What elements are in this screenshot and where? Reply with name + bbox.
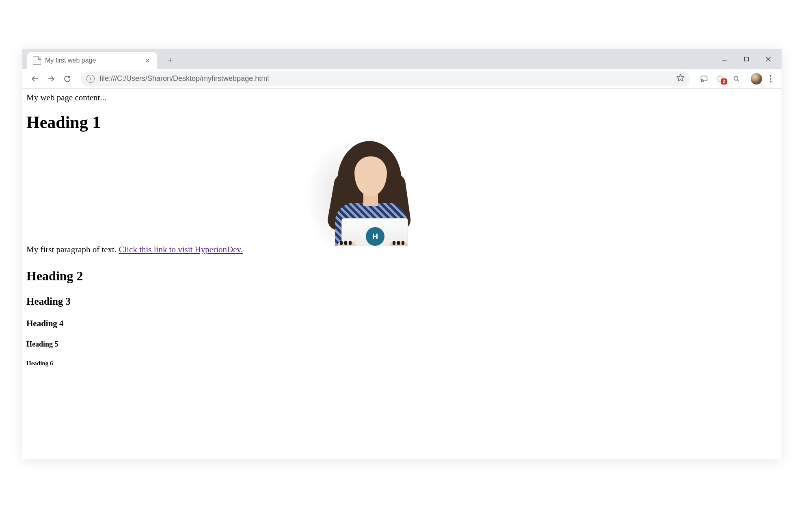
heading-3: Heading 3	[26, 296, 777, 307]
heading-2: Heading 2	[26, 269, 777, 284]
url-text: file:///C:/Users/Sharon/Desktop/myfirstw…	[99, 74, 269, 83]
toolbar: i file:///C:/Users/Sharon/Desktop/myfirs…	[22, 69, 782, 89]
svg-rect-7	[701, 76, 707, 81]
svg-point-9	[734, 76, 738, 80]
svg-line-10	[738, 80, 739, 81]
svg-rect-1	[744, 57, 748, 61]
window-controls	[713, 49, 779, 69]
new-tab-button[interactable]: +	[164, 54, 176, 66]
browser-tab[interactable]: My first web page ×	[27, 52, 157, 69]
toolbar-divider	[747, 74, 747, 84]
cast-icon[interactable]	[697, 72, 711, 86]
search-icon[interactable]	[729, 72, 744, 86]
svg-marker-6	[677, 74, 684, 81]
tab-title: My first web page	[45, 57, 144, 64]
svg-point-8	[701, 81, 702, 82]
heading-5: Heading 5	[26, 340, 777, 349]
toolbar-right: 2	[695, 72, 777, 86]
heading-1: Heading 1	[26, 113, 777, 132]
site-info-icon[interactable]: i	[86, 75, 95, 83]
page-icon	[33, 56, 41, 65]
heading-4: Heading 4	[26, 319, 777, 329]
heading-6: Heading 6	[26, 360, 777, 367]
intro-text: My web page content...	[26, 93, 777, 103]
extension-icon[interactable]: 2	[713, 72, 728, 86]
maximize-button[interactable]	[735, 51, 757, 67]
notification-badge: 2	[721, 78, 727, 85]
reload-button[interactable]	[60, 72, 74, 86]
paragraph-prefix: My first paragraph of text.	[26, 245, 119, 254]
more-menu-button[interactable]	[764, 72, 777, 86]
close-window-button[interactable]	[757, 51, 779, 67]
forward-button[interactable]	[44, 72, 58, 86]
image-row: H	[26, 139, 777, 246]
close-tab-button[interactable]: ×	[144, 56, 151, 65]
address-bar[interactable]: i file:///C:/Users/Sharon/Desktop/myfirs…	[81, 72, 690, 86]
tab-strip: My first web page × +	[22, 49, 782, 69]
minimize-button[interactable]	[713, 51, 735, 67]
page-content: My web page content... Heading 1 H	[22, 89, 782, 370]
laptop-logo: H	[366, 227, 384, 246]
content-image: H	[302, 139, 428, 246]
back-button[interactable]	[28, 72, 42, 86]
browser-window: My first web page × + i file	[22, 49, 782, 459]
bookmark-star-icon[interactable]	[676, 74, 685, 84]
profile-avatar[interactable]	[751, 73, 762, 85]
content-link[interactable]: Click this link to visit HyperionDev.	[119, 245, 242, 254]
